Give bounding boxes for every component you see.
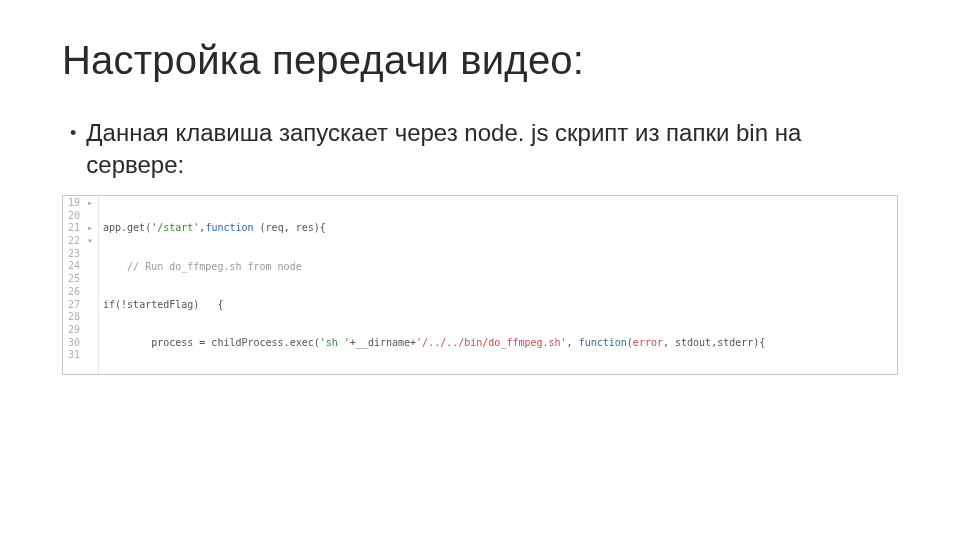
line-number: 29 [63, 324, 94, 337]
line-number: 26 [63, 286, 94, 299]
bullet-dot-icon: • [70, 117, 76, 149]
line-number: 22 ▾ [63, 235, 94, 248]
line-number: 20 [63, 210, 94, 223]
bullet-row: • Данная клавиша запускает через node. j… [62, 117, 898, 181]
line-number: 31 [63, 349, 94, 362]
slide: Настройка передачи видео: • Данная клави… [0, 0, 960, 375]
code-line: if(!startedFlag) { [103, 299, 897, 312]
fold-icon: ▾ [86, 235, 94, 248]
code-screenshot: 19 ▸ 20 21 ▸ 22 ▾ 23 24 25 26 27 28 29 3… [62, 195, 898, 375]
line-number: 21 ▸ [63, 222, 94, 235]
code-line: app.get('/start',function (req, res){ [103, 222, 897, 235]
code-line: process = childProcess.exec('sh '+__dirn… [103, 337, 897, 350]
fold-icon: ▸ [86, 197, 94, 210]
line-number: 19 ▸ [63, 197, 94, 210]
line-number: 28 [63, 311, 94, 324]
slide-title: Настройка передачи видео: [62, 38, 898, 83]
code-area: app.get('/start',function (req, res){ //… [103, 196, 897, 374]
line-number: 23 [63, 248, 94, 261]
line-number: 30 [63, 337, 94, 350]
bullet-text: Данная клавиша запускает через node. js … [86, 117, 898, 181]
code-line: // Run do_ffmpeg.sh from node [103, 261, 897, 274]
line-number: 27 [63, 299, 94, 312]
line-number: 24 [63, 260, 94, 273]
line-number-gutter: 19 ▸ 20 21 ▸ 22 ▾ 23 24 25 26 27 28 29 3… [63, 196, 99, 374]
line-number: 25 [63, 273, 94, 286]
fold-icon: ▸ [86, 222, 94, 235]
